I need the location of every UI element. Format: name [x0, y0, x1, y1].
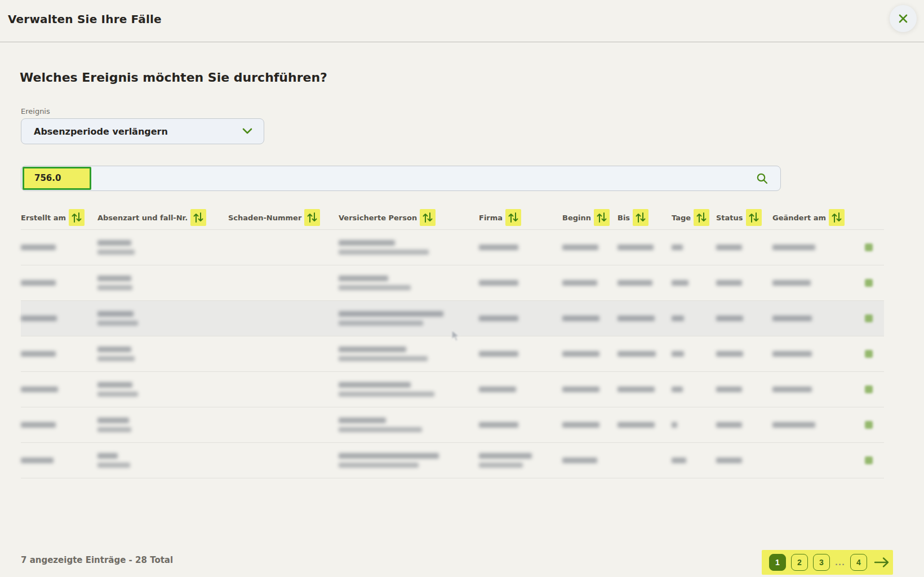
- sort-icon[interactable]: [633, 209, 648, 226]
- sort-icon[interactable]: [190, 209, 206, 226]
- redacted-text: [479, 351, 518, 357]
- close-button[interactable]: [890, 5, 917, 32]
- cell-action: [854, 243, 884, 251]
- redacted-text: [21, 422, 56, 428]
- redacted-text: [716, 351, 743, 357]
- redacted-text: [479, 245, 518, 250]
- page-button-4[interactable]: 4: [850, 554, 867, 571]
- redacted-text: [97, 453, 118, 459]
- redacted-text: [772, 387, 812, 392]
- redacted-text: [479, 453, 532, 459]
- cell-tage: [672, 280, 716, 286]
- sort-icon[interactable]: [505, 209, 521, 226]
- cell-beginn: [562, 422, 618, 428]
- cell-person: [339, 240, 479, 255]
- redacted-text: [21, 351, 56, 357]
- sort-icon[interactable]: [420, 209, 436, 226]
- table-row[interactable]: [21, 300, 884, 336]
- redacted-text: [562, 280, 597, 286]
- table-row[interactable]: [21, 442, 884, 478]
- page-button-3[interactable]: 3: [813, 554, 830, 571]
- cell-absenz: [97, 418, 228, 432]
- redacted-text: [339, 356, 428, 361]
- redacted-text: [479, 387, 516, 392]
- redacted-text: [339, 427, 422, 432]
- table-row[interactable]: [21, 336, 884, 371]
- redacted-text: [97, 356, 135, 361]
- column-header-geaendert[interactable]: Geändert am: [772, 209, 854, 226]
- dialog-header: Verwalten Sie Ihre Fälle: [0, 0, 924, 42]
- table-row[interactable]: [21, 265, 884, 300]
- cell-beginn: [562, 351, 618, 357]
- redacted-text: [339, 311, 443, 317]
- column-header-person[interactable]: Versicherte Person: [339, 209, 479, 226]
- row-action-icon[interactable]: [865, 279, 873, 287]
- page-button-2[interactable]: 2: [791, 554, 808, 571]
- row-action-icon[interactable]: [865, 456, 873, 464]
- cell-absenz: [97, 453, 228, 468]
- cell-action: [854, 421, 884, 429]
- cell-person: [339, 382, 479, 397]
- search-icon[interactable]: [756, 172, 769, 185]
- cell-erstellt: [21, 351, 97, 357]
- sort-icon[interactable]: [829, 209, 845, 226]
- cell-person: [339, 418, 479, 432]
- column-header-beginn[interactable]: Beginn: [562, 209, 618, 226]
- cases-table: Erstellt amAbsenzart und fall-Nr.Schaden…: [21, 206, 884, 478]
- column-header-bis[interactable]: Bis: [618, 209, 672, 226]
- cell-status: [716, 280, 772, 286]
- cell-person: [339, 347, 479, 361]
- row-action-icon[interactable]: [865, 385, 873, 393]
- column-header-label: Versicherte Person: [339, 214, 417, 222]
- column-header-label: Schaden-Nummer: [228, 214, 301, 222]
- column-header-label: Absenzart und fall-Nr.: [97, 214, 188, 222]
- cell-absenz: [97, 240, 228, 255]
- column-header-status[interactable]: Status: [716, 209, 772, 226]
- row-action-icon[interactable]: [865, 421, 873, 429]
- row-action-icon[interactable]: [865, 350, 873, 358]
- table-row[interactable]: [21, 229, 884, 265]
- cell-firma: [479, 453, 562, 468]
- sort-icon[interactable]: [694, 209, 709, 226]
- cell-bis: [618, 422, 672, 428]
- redacted-text: [97, 392, 138, 397]
- column-header-erstellt[interactable]: Erstellt am: [21, 209, 97, 226]
- row-action-icon[interactable]: [865, 314, 873, 322]
- redacted-text: [716, 458, 742, 463]
- redacted-text: [339, 382, 411, 388]
- pagination: 123...4: [762, 550, 893, 575]
- table-row[interactable]: [21, 371, 884, 407]
- cell-geaendert: [772, 280, 854, 286]
- page-title: Verwalten Sie Ihre Fälle: [8, 12, 162, 26]
- redacted-text: [339, 285, 411, 290]
- column-header-schaden[interactable]: Schaden-Nummer: [228, 209, 339, 226]
- pagination-ellipsis: ...: [835, 558, 845, 567]
- cell-action: [854, 350, 884, 358]
- chevron-down-icon: [242, 128, 252, 135]
- cell-tage: [672, 351, 716, 357]
- sort-icon[interactable]: [69, 209, 85, 226]
- sort-icon[interactable]: [594, 209, 610, 226]
- redacted-text: [479, 316, 518, 321]
- event-select[interactable]: Absenzperiode verlängern: [21, 118, 264, 144]
- column-header-tage[interactable]: Tage: [672, 209, 716, 226]
- sort-icon[interactable]: [304, 209, 320, 226]
- row-action-icon[interactable]: [865, 243, 873, 251]
- redacted-text: [562, 245, 598, 250]
- sort-icon[interactable]: [746, 209, 762, 226]
- manage-cases-dialog: Verwalten Sie Ihre Fälle Welches Ereigni…: [0, 0, 924, 577]
- column-header-absenz[interactable]: Absenzart und fall-Nr.: [97, 209, 228, 226]
- redacted-text: [21, 458, 54, 463]
- cell-action: [854, 456, 884, 464]
- search-input[interactable]: 756.0: [21, 166, 781, 191]
- redacted-text: [97, 321, 138, 326]
- next-page-button[interactable]: [873, 556, 890, 569]
- redacted-text: [672, 458, 686, 463]
- redacted-text: [97, 285, 132, 290]
- redacted-text: [97, 418, 129, 423]
- cell-status: [716, 422, 772, 428]
- redacted-text: [716, 422, 742, 428]
- column-header-firma[interactable]: Firma: [479, 209, 562, 226]
- table-row[interactable]: [21, 407, 884, 442]
- page-button-1[interactable]: 1: [769, 554, 786, 571]
